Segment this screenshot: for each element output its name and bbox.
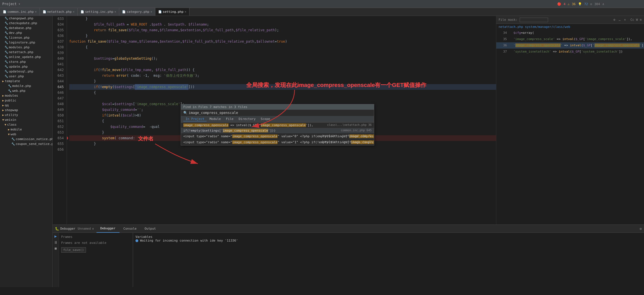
autocomplete-popup[interactable]: Find in Files 7 matches in 3 files 🔍 In … — [181, 104, 374, 146]
close-tab-0[interactable]: × — [35, 10, 37, 13]
file-icon-web-php: 🔧 — [8, 89, 11, 92]
tab-common-inc-php[interactable]: 📄 common.inc.php × — [0, 8, 40, 16]
sidebar-item-shopwap[interactable]: ▶ shopwap — [0, 108, 52, 113]
code-line-634: $file_full_path = WEB_ROOT .$path . $ext… — [69, 22, 496, 27]
tab-category-php[interactable]: 📄 category.php × — [119, 8, 155, 16]
php-icon-5: 📄 — [158, 10, 162, 13]
sidebar-item-mobile-folder[interactable]: ▶ mobile — [0, 127, 52, 132]
filter-icon[interactable]: ⚙ — [613, 18, 615, 22]
code-line-642: if(!file_move($file_tmp_name, $file_full… — [69, 67, 496, 73]
sidebar-item-weixin[interactable]: ▼ weixin — [0, 117, 52, 122]
waiting-dot — [135, 239, 138, 242]
warning-count: 36 — [572, 2, 575, 6]
sidebar-item-changepwd[interactable]: 🔧 changepwd.php — [0, 16, 52, 21]
code-line-640: $settings=globaSystemSetting(); — [69, 56, 496, 61]
file-icon-license: 🔧 — [5, 36, 8, 39]
search-options[interactable]: … — [619, 18, 621, 22]
php-icon: 📄 — [3, 10, 6, 13]
hint-icon: 💡 — [578, 2, 582, 6]
ac-search-input[interactable] — [189, 111, 372, 115]
close-tab-2[interactable]: × — [114, 10, 116, 13]
search-result-line-35[interactable]: 35 'image_compress_scale' => intval($_GP… — [496, 36, 644, 42]
hint-count: 72 — [584, 2, 588, 6]
folder-icon-shopwap: ▶ — [2, 109, 4, 112]
bottom-tabs: 🐛 Debugger Unnamed × Debugger Console Ou… — [53, 225, 644, 233]
close-panel-icon[interactable]: × — [624, 18, 626, 22]
tab-output[interactable]: Output — [141, 225, 160, 233]
search-result-line-34[interactable]: 34 $cfg=array( — [496, 30, 644, 36]
variables-label: Variables — [135, 235, 642, 239]
ac-header: Find in Files 7 matches in 3 files — [181, 104, 374, 110]
code-line-636: } — [69, 33, 496, 39]
ac-filter-in-project[interactable]: In Project — [183, 117, 207, 121]
code-line-647 — [69, 95, 496, 101]
folder-icon-class: ▼ — [5, 123, 6, 126]
search-panel-header: File mask: ⚙ … × Cc W ≡ — [496, 16, 644, 24]
file-icon-checkupdate: 🔧 — [5, 22, 8, 25]
ac-filter-file[interactable]: File — [224, 117, 236, 121]
sidebar-item-coupon-send-notice[interactable]: 🔧 coupon_send_notice.php — [0, 142, 52, 146]
sidebar-item-license[interactable]: 🔧 license.php — [0, 35, 52, 40]
file-mask-label: File mask: — [499, 18, 517, 22]
tab-setting-php[interactable]: 📄 setting.php × — [155, 8, 190, 16]
sidebar-item-database[interactable]: 🔧 database.php — [0, 26, 52, 30]
ac-filter-directory[interactable]: Directory — [236, 117, 258, 121]
sidebar-item-template[interactable]: ▶ template — [0, 79, 52, 84]
ac-result-0[interactable]: class\...\netattach.php 36 image_compres… — [181, 122, 374, 128]
sidebar-item-user[interactable]: 🔧 user.php — [0, 74, 52, 79]
sidebar-item-qq[interactable]: ▶ qq — [0, 103, 52, 108]
sidebar-item-commission-notice[interactable]: 🔧 commission_notice.php — [0, 137, 52, 142]
sidebar-item-store[interactable]: 🔧 store.php — [0, 59, 52, 64]
tab-setting-inc-php[interactable]: 📄 setting.inc.php × — [78, 8, 119, 16]
sidebar-item-utility[interactable]: ▶ utility — [0, 113, 52, 117]
ac-filter-scope[interactable]: Scope — [258, 117, 272, 121]
file-icon-online-update: 🔧 — [5, 55, 8, 59]
file-icon-user: 🔧 — [5, 75, 8, 78]
ac-result-1[interactable]: common.inc.php 645 if(!empty($settings['… — [181, 128, 374, 133]
sidebar-item-update[interactable]: 🔧 update.php — [0, 64, 52, 69]
ac-results: class\...\netattach.php 36 image_compres… — [181, 122, 374, 145]
close-tab-1[interactable]: × — [73, 10, 75, 13]
sidebar-item-netattach[interactable]: 🔧 netattach.php — [0, 50, 52, 55]
tab-console[interactable]: Console — [120, 225, 141, 233]
ac-result-3[interactable]: template\...\netattach.php 43 <input typ… — [181, 139, 374, 145]
close-tab-3[interactable]: × — [151, 10, 152, 13]
sidebar-item-online-update[interactable]: 🔧 online_update.php — [0, 55, 52, 59]
file-icon-coupon: 🔧 — [11, 142, 15, 146]
sidebar-item-loginstore[interactable]: 🔧 loginstore.php — [0, 40, 52, 45]
sidebar-item-public[interactable]: ▶ public — [0, 98, 52, 103]
tab-netattach-php[interactable]: 📄 netattach.php × — [40, 8, 78, 16]
bottom-icon-stop[interactable]: ■ — [55, 246, 57, 250]
folder-icon-weixin: ▼ — [2, 118, 4, 121]
ac-result-2[interactable]: template\...\netattach.php 41 <input typ… — [181, 133, 374, 139]
bottom-icon-resume[interactable]: ▶ — [54, 234, 57, 238]
waiting-message: Waiting for incoming connection with ide… — [135, 239, 642, 242]
file-mask-input[interactable] — [520, 18, 548, 22]
ac-filter-module[interactable]: Module — [207, 117, 223, 121]
bottom-icon-pause[interactable]: ⏸ — [54, 240, 58, 245]
close-tab-4[interactable]: × — [185, 10, 186, 13]
file-icon-commission: 🔧 — [11, 138, 15, 141]
settings-icon[interactable]: ⚙ — [637, 227, 644, 231]
sidebar-item-modules-folder[interactable]: ▶ modules — [0, 93, 52, 98]
top-bar-arrow: ▾ — [18, 2, 20, 6]
cc-icon: Cc W ≡ — [630, 18, 642, 22]
expand-icon: ∧ — [602, 2, 604, 6]
folder-icon-utility: ▶ — [2, 113, 4, 117]
sidebar-item-web-php[interactable]: 🔧 web.php — [0, 88, 52, 93]
sidebar-item-checkupdate[interactable]: 🔧 checkupdate.php — [0, 21, 52, 26]
error-count: 4 — [563, 2, 565, 6]
search-result-line-37[interactable]: 37 'system_isnetattach' => intval($_GP['… — [496, 49, 644, 55]
frames-empty-msg: Frames are not available — [61, 241, 106, 245]
search-result-line-36[interactable]: 36 'image_compress_openscale' => intval(… — [496, 42, 644, 49]
sidebar: 🔧 changepwd.php 🔧 checkupdate.php 🔧 data… — [0, 16, 53, 287]
sidebar-item-mobile-php[interactable]: 🔧 mobile.php — [0, 84, 52, 88]
sidebar-item-class[interactable]: ▼ class — [0, 122, 52, 127]
sidebar-item-web-folder[interactable]: ▼ web — [0, 132, 52, 137]
tab-debugger[interactable]: Debugger — [96, 225, 120, 233]
close-session[interactable]: × — [92, 227, 94, 231]
ac-header-text: Find in Files 7 matches in 3 files — [183, 105, 247, 109]
sidebar-item-updatesql[interactable]: 🔧 updatesql.php — [0, 69, 52, 74]
sidebar-item-dev[interactable]: 🔧 dev.php — [0, 30, 52, 35]
sidebar-item-modules[interactable]: 🔧 modules.php — [0, 45, 52, 50]
